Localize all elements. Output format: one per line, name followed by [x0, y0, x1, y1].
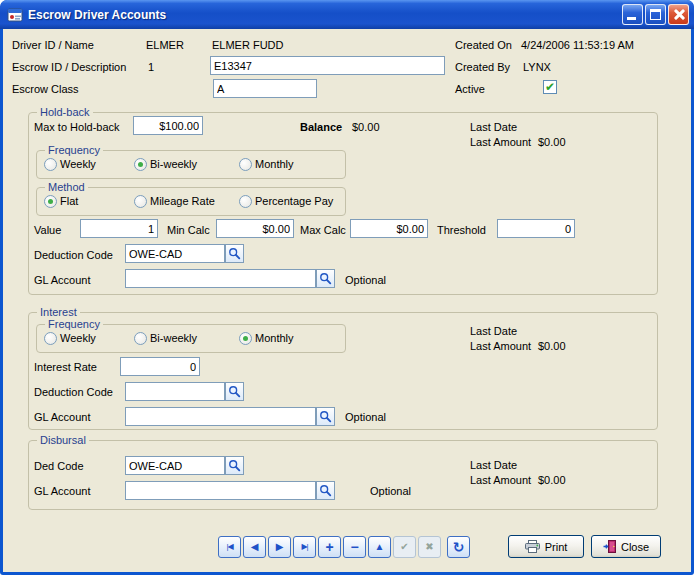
method-flat-label: Flat — [60, 195, 78, 208]
nav-first-button[interactable]: |◀ — [218, 536, 241, 558]
holdback-frequency-weekly-radio[interactable] — [44, 158, 57, 171]
interest-frequency-weekly-label: Weekly — [60, 332, 96, 345]
nav-post-button[interactable]: ✔ — [393, 536, 416, 558]
nav-refresh-button[interactable]: ↻ — [447, 536, 470, 558]
max-to-holdback-input[interactable] — [133, 116, 203, 135]
holdback-optional-label: Optional — [345, 274, 386, 287]
holdback-group-label: Hold-back — [37, 106, 93, 119]
method-percentage-pay-label: Percentage Pay — [255, 195, 333, 208]
interest-gl-account-input[interactable] — [125, 407, 316, 426]
close-icon — [669, 5, 688, 24]
active-checkbox[interactable]: ✔ — [543, 80, 557, 94]
escrow-id-description-label: Escrow ID / Description — [12, 61, 126, 74]
interest-last-date-label: Last Date — [470, 325, 517, 338]
active-label: Active — [455, 83, 485, 96]
escrow-class-label: Escrow Class — [12, 83, 79, 96]
print-button-label: Print — [545, 541, 568, 553]
magnifier-icon — [319, 484, 332, 497]
maximize-button[interactable] — [645, 4, 666, 25]
print-button[interactable]: Print — [508, 535, 584, 558]
cancel-record-icon: ✖ — [425, 542, 433, 552]
interest-gl-account-label: GL Account — [34, 411, 90, 424]
nav-edit-button[interactable]: ▲ — [368, 536, 391, 558]
magnifier-icon — [319, 272, 332, 285]
disbursal-gl-account-input[interactable] — [125, 481, 316, 500]
interest-rate-input[interactable] — [120, 357, 200, 376]
holdback-frequency-biweekly-radio[interactable] — [134, 158, 147, 171]
printer-icon — [525, 540, 540, 553]
interest-last-amount-label: Last Amount — [470, 340, 531, 353]
interest-optional-label: Optional — [345, 411, 386, 424]
exit-door-icon — [603, 540, 616, 553]
disbursal-group-label: Disbursal — [37, 434, 89, 447]
created-by-value: LYNX — [523, 61, 551, 74]
threshold-label: Threshold — [437, 224, 486, 237]
interest-frequency-monthly-radio[interactable] — [239, 332, 252, 345]
first-record-icon: |◀ — [226, 543, 232, 551]
driver-name-value: ELMER FUDD — [212, 39, 284, 52]
min-calc-input[interactable] — [216, 219, 294, 238]
disbursal-gl-account-label: GL Account — [34, 485, 90, 498]
min-calc-label: Min Calc — [167, 224, 210, 237]
escrow-class-input[interactable] — [213, 79, 317, 98]
close-window-button[interactable] — [668, 4, 689, 25]
nav-cancel-button[interactable]: ✖ — [418, 536, 441, 558]
created-on-label: Created On — [455, 39, 512, 52]
max-calc-label: Max Calc — [300, 224, 346, 237]
method-flat-radio[interactable] — [44, 195, 57, 208]
nav-insert-button[interactable]: + — [318, 536, 341, 558]
holdback-deduction-code-input[interactable] — [125, 244, 225, 263]
edit-record-icon: ▲ — [375, 542, 385, 552]
minimize-icon — [627, 17, 636, 20]
close-button[interactable]: Close — [591, 535, 661, 558]
holdback-gl-account-lookup-button[interactable] — [316, 269, 335, 288]
nav-delete-button[interactable]: − — [343, 536, 366, 558]
holdback-method-group-label: Method — [45, 181, 88, 194]
interest-rate-label: Interest Rate — [34, 361, 97, 374]
minimize-button[interactable] — [622, 4, 643, 25]
holdback-last-amount-value: $0.00 — [538, 136, 566, 149]
holdback-frequency-weekly-label: Weekly — [60, 158, 96, 171]
max-calc-input[interactable] — [350, 219, 428, 238]
disbursal-last-date-label: Last Date — [470, 459, 517, 472]
last-record-icon: ▶| — [301, 543, 307, 551]
holdback-deduction-code-label: Deduction Code — [34, 249, 113, 262]
disbursal-ded-code-input[interactable] — [125, 456, 225, 475]
holdback-frequency-monthly-radio[interactable] — [239, 158, 252, 171]
balance-value: $0.00 — [352, 121, 380, 134]
prior-record-icon: ◀ — [251, 542, 259, 552]
app-icon — [7, 7, 23, 23]
driver-id-name-label: Driver ID / Name — [12, 39, 94, 52]
disbursal-last-amount-value: $0.00 — [538, 474, 566, 487]
interest-frequency-weekly-radio[interactable] — [44, 332, 57, 345]
nav-prior-button[interactable]: ◀ — [243, 536, 266, 558]
disbursal-ded-code-lookup-button[interactable] — [225, 456, 244, 475]
window-title: Escrow Driver Accounts — [28, 8, 620, 22]
magnifier-icon — [228, 385, 241, 398]
threshold-input[interactable] — [497, 219, 575, 238]
disbursal-gl-account-lookup-button[interactable] — [316, 481, 335, 500]
method-mileage-rate-radio[interactable] — [134, 195, 147, 208]
interest-deduction-code-lookup-button[interactable] — [225, 382, 244, 401]
titlebar[interactable]: Escrow Driver Accounts — [0, 0, 694, 29]
created-on-value: 4/24/2006 11:53:19 AM — [521, 39, 634, 52]
driver-id-value: ELMER — [146, 39, 184, 52]
interest-deduction-code-input[interactable] — [125, 382, 225, 401]
interest-frequency-group-label: Frequency — [45, 318, 103, 331]
holdback-deduction-code-lookup-button[interactable] — [225, 244, 244, 263]
holdback-frequency-monthly-label: Monthly — [255, 158, 294, 171]
holdback-gl-account-input[interactable] — [125, 269, 316, 288]
nav-last-button[interactable]: ▶| — [293, 536, 316, 558]
method-mileage-rate-label: Mileage Rate — [150, 195, 215, 208]
method-percentage-pay-radio[interactable] — [239, 195, 252, 208]
interest-frequency-biweekly-radio[interactable] — [134, 332, 147, 345]
magnifier-icon — [319, 410, 332, 423]
holdback-gl-account-label: GL Account — [34, 274, 90, 287]
escrow-description-input[interactable] — [210, 56, 445, 75]
nav-next-button[interactable]: ▶ — [268, 536, 291, 558]
magnifier-icon — [228, 459, 241, 472]
value-input[interactable] — [80, 219, 158, 238]
escrow-driver-accounts-window: Escrow Driver Accounts Driver ID / Name … — [0, 0, 694, 575]
interest-gl-account-lookup-button[interactable] — [316, 407, 335, 426]
holdback-frequency-group-label: Frequency — [45, 144, 103, 157]
